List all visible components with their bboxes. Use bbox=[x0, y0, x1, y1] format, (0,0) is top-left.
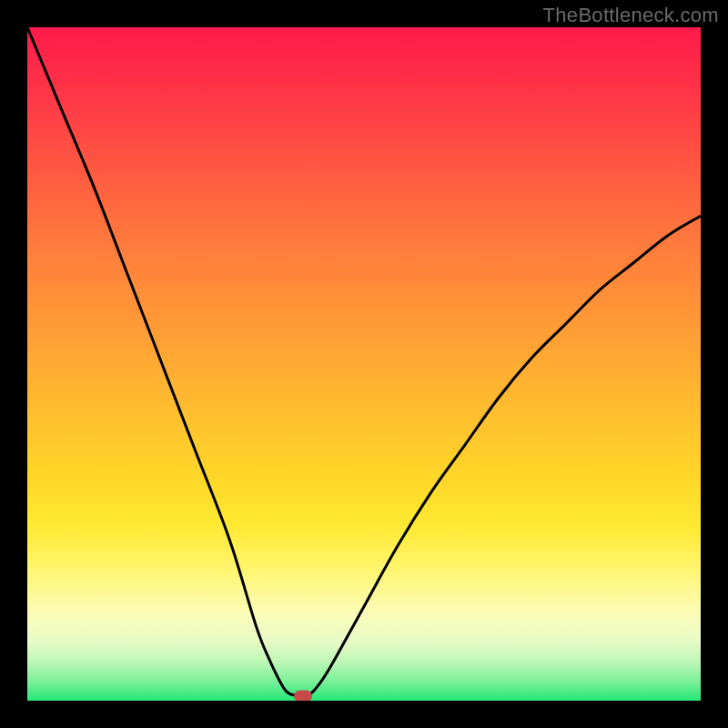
plot-area bbox=[27, 27, 701, 701]
chart-frame: TheBottleneck.com bbox=[0, 0, 728, 728]
watermark-label: TheBottleneck.com bbox=[543, 4, 719, 27]
curve-path bbox=[27, 27, 701, 695]
optimal-point-marker bbox=[294, 690, 312, 701]
bottleneck-curve bbox=[27, 27, 701, 701]
